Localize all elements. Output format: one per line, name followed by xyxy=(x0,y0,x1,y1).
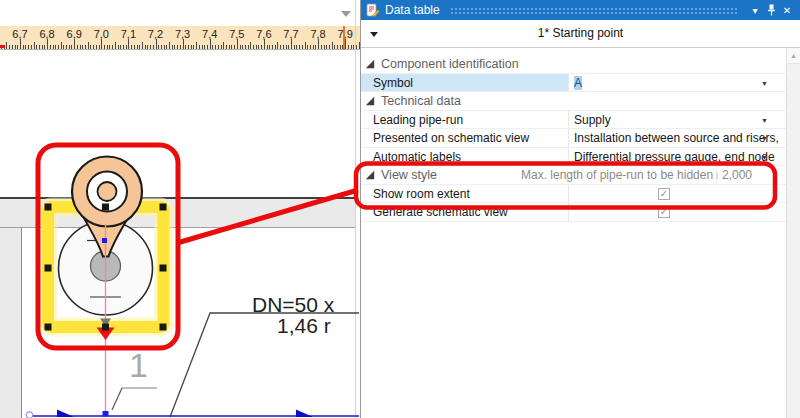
pin-icon xyxy=(767,4,776,16)
property-value[interactable]: Differential pressure gauge, end node▼ xyxy=(569,148,786,166)
property-label[interactable]: Presented on schematic view xyxy=(361,129,569,147)
item-number-leader xyxy=(112,388,122,410)
dropdown-caret-icon[interactable]: ▼ xyxy=(761,130,768,147)
drawing-canvas[interactable]: 6,76,86,97,07,17,27,37,47,57,67,77,87,9 xyxy=(0,0,360,418)
property-label[interactable]: Leading pipe-run xyxy=(361,111,569,129)
checkbox[interactable]: ✓ xyxy=(658,206,670,218)
expander-icon[interactable] xyxy=(365,59,375,69)
selected-component-name: 1* Starting point xyxy=(361,20,800,47)
group-label: Component identification xyxy=(381,55,519,73)
property-value[interactable]: ✓ xyxy=(569,203,786,221)
value-text: Differential pressure gauge, end node xyxy=(574,150,775,164)
property-row: Leading pipe-runSupply▼ xyxy=(361,111,786,130)
dropdown-caret-icon[interactable]: ▼ xyxy=(761,75,768,92)
selection-handle[interactable] xyxy=(45,265,52,272)
pipe-flow-arrow xyxy=(57,410,74,418)
property-label[interactable]: Show room extent xyxy=(361,185,569,203)
selection-handle[interactable] xyxy=(102,204,109,211)
length-dimension-label: 1,46 r xyxy=(277,314,360,338)
property-row: Max. length of pipe-run to be hidden2,00… xyxy=(509,166,752,185)
drawing-geometry xyxy=(0,0,360,418)
expander-icon[interactable] xyxy=(365,96,375,106)
checkbox[interactable]: ✓ xyxy=(658,188,670,200)
vertical-scrollbar[interactable]: ▲ xyxy=(786,48,800,418)
property-row: Show room extent✓ xyxy=(361,185,786,204)
item-number-label: 1 xyxy=(129,346,148,385)
pin-marker-center xyxy=(98,182,117,201)
group-label: View style xyxy=(381,166,437,184)
property-label[interactable]: Automatic labels xyxy=(361,148,569,166)
property-label[interactable]: Generate schematic view xyxy=(361,203,569,221)
property-row: Presented on schematic viewInstallation … xyxy=(361,129,786,148)
data-table-icon xyxy=(366,3,380,17)
property-value[interactable]: ✓ xyxy=(569,185,786,203)
expander-icon[interactable] xyxy=(365,170,375,180)
value-text: Supply xyxy=(574,113,611,127)
property-label[interactable]: Symbol xyxy=(361,74,569,92)
dropdown-caret-icon[interactable]: ▼ xyxy=(761,149,768,166)
window-pin-icon[interactable] xyxy=(763,2,779,18)
group-row[interactable]: Technical data xyxy=(361,92,786,111)
selection-handle[interactable] xyxy=(45,324,52,331)
property-grid: Component identificationSymbolA▼Technica… xyxy=(361,55,786,222)
selection-handle[interactable] xyxy=(160,324,167,331)
property-row: Generate schematic view✓ xyxy=(361,203,786,222)
selection-handle[interactable] xyxy=(45,204,52,211)
property-value[interactable]: Supply▼ xyxy=(569,111,786,129)
group-row[interactable]: Component identification xyxy=(361,55,786,74)
value-text: A xyxy=(574,76,582,90)
selection-handle[interactable] xyxy=(102,324,109,331)
unit-label: m xyxy=(717,166,718,184)
component-selector[interactable]: 1* Starting point xyxy=(361,20,800,48)
group-label: Technical data xyxy=(381,92,461,110)
panel-titlebar[interactable]: Data table ▾ ✕ xyxy=(361,0,800,20)
property-value[interactable]: Installation between source and risers,▼ xyxy=(569,129,786,147)
selection-handle[interactable] xyxy=(160,204,167,211)
data-table-panel: Data table ▾ ✕ 1* Starting point Compone… xyxy=(360,0,800,418)
value-text: 2,000 xyxy=(722,168,752,182)
property-value[interactable]: 2,000m xyxy=(717,166,752,184)
app-screen: 6,76,86,97,07,17,27,37,47,57,67,77,87,9 xyxy=(0,0,800,418)
selector-caret-icon[interactable] xyxy=(370,32,378,37)
dropdown-caret-icon[interactable]: ▼ xyxy=(761,112,768,129)
value-text: Installation between source and risers, xyxy=(574,131,779,145)
selection-handle[interactable] xyxy=(160,265,167,272)
scroll-up-button[interactable]: ▲ xyxy=(787,48,800,64)
property-row: Automatic labelsDifferential pressure ga… xyxy=(361,148,786,167)
panel-title: Data table xyxy=(385,3,440,17)
insert-point-dot xyxy=(102,238,107,243)
property-value[interactable]: A▼ xyxy=(569,74,786,92)
property-row: SymbolA▼ xyxy=(361,74,786,93)
pipe-junction-mark xyxy=(103,411,109,417)
property-label[interactable]: Max. length of pipe-run to be hidden xyxy=(509,166,717,184)
window-close-icon[interactable]: ✕ xyxy=(779,2,795,18)
pipe-end-node xyxy=(26,412,32,418)
titlebar-grip[interactable] xyxy=(450,6,737,14)
window-collapse-caret-icon[interactable]: ▾ xyxy=(747,2,763,18)
